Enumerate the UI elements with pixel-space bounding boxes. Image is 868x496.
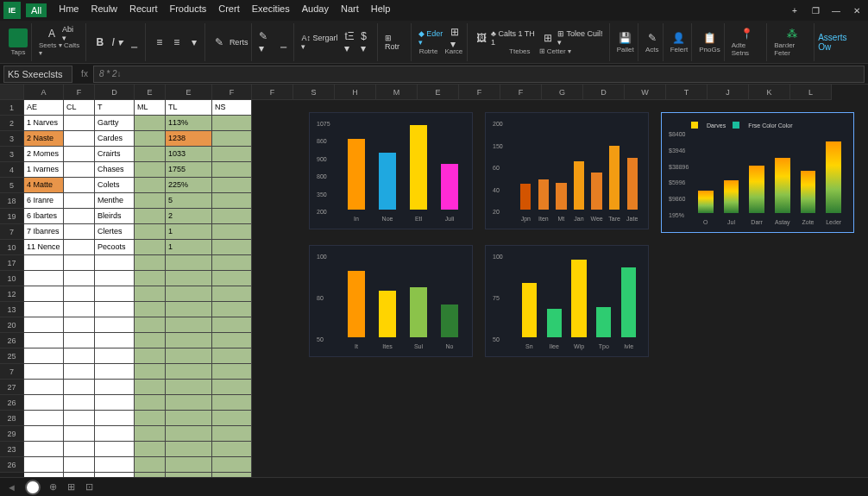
cell[interactable] — [212, 224, 252, 240]
cell[interactable]: 1 — [166, 240, 212, 255]
cell[interactable] — [95, 364, 135, 380]
sort-button[interactable]: A↕ Sergarl ▾ — [301, 34, 341, 51]
col-header[interactable]: J — [708, 85, 749, 100]
row-header[interactable]: 2 — [0, 116, 24, 131]
cell[interactable] — [166, 317, 212, 333]
menu-exec[interactable]: Execities — [252, 3, 290, 17]
cell[interactable] — [135, 209, 166, 224]
currency-button[interactable]: $ ▾ — [361, 35, 374, 49]
cell[interactable] — [135, 395, 166, 411]
cell[interactable] — [64, 380, 95, 395]
chart-c3[interactable]: DarvesFrse Color Color$8400$3946$38896$5… — [661, 112, 854, 233]
menu-help[interactable]: Help — [371, 3, 391, 17]
cell[interactable] — [212, 286, 252, 302]
cell[interactable] — [135, 348, 166, 364]
row-header[interactable]: 26 — [0, 333, 24, 348]
menu-nart[interactable]: Nart — [341, 3, 359, 17]
cell[interactable]: Clertes — [95, 224, 135, 240]
cell[interactable] — [24, 426, 64, 442]
cell[interactable] — [24, 348, 64, 364]
row-header[interactable]: 23 — [0, 442, 24, 457]
cell[interactable]: 1755 — [166, 162, 212, 178]
cell[interactable] — [64, 411, 95, 426]
cell[interactable] — [95, 271, 135, 286]
row-header[interactable]: 17 — [0, 255, 24, 271]
cell[interactable] — [135, 333, 166, 348]
cell[interactable]: Chases — [95, 162, 135, 178]
cell[interactable] — [135, 286, 166, 302]
col-header[interactable]: M — [376, 85, 418, 100]
underline-button[interactable]: ⎯ — [128, 35, 142, 49]
cell[interactable] — [64, 473, 95, 477]
cell[interactable]: 2 Momes — [24, 147, 64, 162]
line-button[interactable]: ⎯ — [276, 35, 290, 49]
fx-button[interactable]: fx — [76, 69, 93, 78]
worksheet[interactable]: AFDEEFFSHMEFFGDWTJKL AECLTMLTLNS1 Narves… — [24, 85, 868, 477]
col-header[interactable]: K — [749, 85, 790, 100]
cell[interactable] — [135, 255, 166, 271]
cell[interactable] — [64, 348, 95, 364]
cell[interactable] — [212, 395, 252, 411]
cell[interactable] — [64, 457, 95, 473]
cell[interactable] — [64, 333, 95, 348]
cell[interactable] — [212, 426, 252, 442]
cell[interactable]: Crairts — [95, 147, 135, 162]
cell[interactable] — [212, 302, 252, 317]
cell[interactable] — [24, 473, 64, 477]
cell[interactable] — [24, 255, 64, 271]
sheet-tab-1[interactable] — [27, 481, 39, 493]
bold-button[interactable]: B — [93, 35, 107, 49]
row-header[interactable]: 18 — [0, 193, 24, 209]
row-header[interactable]: 13 — [0, 302, 24, 317]
menu-recurt[interactable]: Recurt — [129, 3, 157, 17]
row-header[interactable]: 26 — [0, 457, 24, 473]
cell[interactable] — [212, 178, 252, 193]
col-header[interactable]: L — [790, 85, 832, 100]
cell[interactable] — [95, 457, 135, 473]
grid-button[interactable]: ⊞ ▾ — [450, 31, 463, 45]
cell[interactable] — [212, 333, 252, 348]
cell[interactable] — [95, 317, 135, 333]
align-drop-button[interactable]: ▾ — [187, 35, 201, 49]
cell[interactable] — [212, 162, 252, 178]
clip-icon[interactable]: 📋 — [702, 31, 716, 45]
cell[interactable]: ML — [135, 100, 166, 116]
menu-review[interactable]: Reulw — [91, 3, 117, 17]
col-header[interactable]: F — [64, 85, 95, 100]
row-header[interactable]: 27 — [0, 380, 24, 395]
cell[interactable]: Cardes — [95, 131, 135, 147]
cell[interactable] — [24, 302, 64, 317]
cell[interactable] — [135, 240, 166, 255]
cell[interactable] — [135, 302, 166, 317]
cell[interactable] — [95, 348, 135, 364]
cell[interactable] — [64, 162, 95, 178]
cell[interactable] — [166, 380, 212, 395]
col-header[interactable]: D — [583, 85, 625, 100]
cell[interactable] — [24, 457, 64, 473]
cell[interactable] — [166, 302, 212, 317]
cell[interactable] — [64, 317, 95, 333]
win-close-button[interactable]: ✕ — [849, 4, 865, 16]
cell[interactable] — [212, 209, 252, 224]
tab-icon-1[interactable]: ⊕ — [49, 481, 57, 493]
rotr-button[interactable]: ⊞ Rotr — [385, 34, 407, 51]
cell[interactable] — [166, 348, 212, 364]
row-header[interactable]: 25 — [0, 348, 24, 364]
cell[interactable] — [166, 442, 212, 457]
col-header[interactable]: W — [625, 85, 666, 100]
align-left-button[interactable]: ≡ — [153, 35, 167, 49]
cell[interactable] — [212, 255, 252, 271]
cell[interactable]: 113% — [166, 116, 212, 131]
col-header[interactable]: F — [500, 85, 542, 100]
cell[interactable] — [95, 411, 135, 426]
cell[interactable] — [212, 193, 252, 209]
calts-button[interactable]: ♣ Calts 1 TH 1 — [491, 29, 538, 47]
cell[interactable]: 1 Ivarnes — [24, 162, 64, 178]
cell[interactable]: 5 — [166, 193, 212, 209]
menu-products[interactable]: Froducts — [169, 3, 206, 17]
cell[interactable] — [135, 457, 166, 473]
tbl-icon[interactable]: ⊞ — [541, 31, 554, 45]
row-header[interactable]: 29 — [0, 426, 24, 442]
edit-icon[interactable]: ✎ — [212, 35, 226, 49]
cell[interactable] — [95, 395, 135, 411]
